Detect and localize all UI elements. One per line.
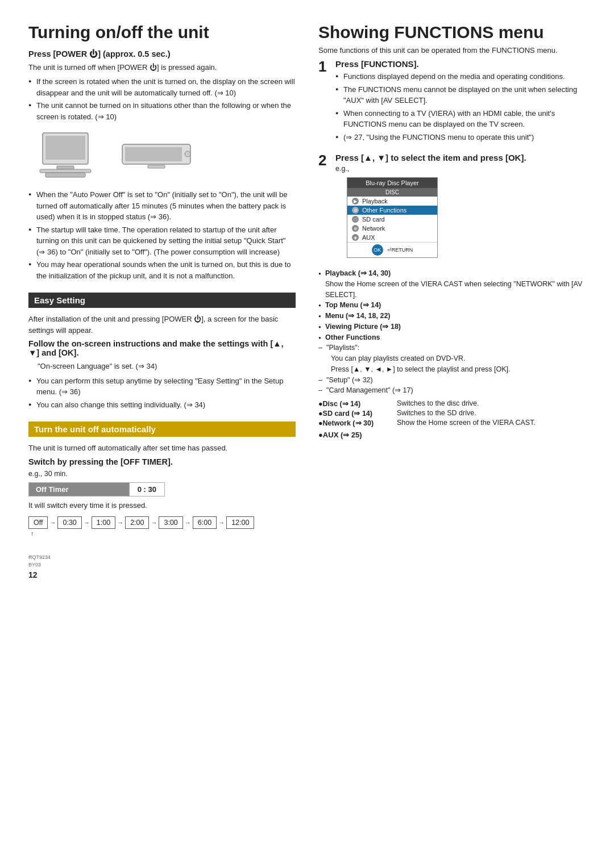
step-2-eg: e.g., [335, 165, 586, 173]
timer-seq-100: 1:00 [92, 516, 115, 529]
step-1-content: Press [FUNCTIONS]. Functions displayed d… [335, 59, 586, 147]
device-image-1 [28, 130, 102, 181]
timer-arrow-1: → [49, 519, 56, 526]
step-1-bullets: Functions displayed depend on the media … [335, 71, 586, 143]
menu-ok-row: OK ⏎RETURN [347, 242, 437, 257]
left-column: Turning on/off the unit Press [POWER ⏻] … [28, 23, 296, 537]
easy-setting-intro: After installation of the unit and press… [28, 314, 296, 336]
device-image-2 [119, 130, 193, 181]
note-playlists-desc: You can play playlists created on DVD-VR… [318, 353, 586, 364]
menu-item-aux: ◈ AUX [347, 233, 437, 242]
menu-item-playback-label: Playback [362, 198, 388, 205]
timer-arrow-6: → [218, 519, 225, 526]
step-1-title: Press [FUNCTIONS]. [335, 59, 586, 69]
note-viewing: Viewing Picture (⇒ 18) [318, 322, 586, 332]
menu-subheader: DISC [347, 188, 437, 197]
power-bullet-1: If the screen is rotated when the unit i… [28, 76, 296, 98]
power-heading: Press [POWER ⏻] (approx. 0.5 sec.) [28, 49, 296, 59]
timer-sequence: Off → 0:30 → 1:00 → 2:00 → 3:00 → 6:00 →… [28, 516, 296, 529]
menu-bold: Menu (⇒ 14, 18, 22) [325, 312, 391, 320]
aux-entry: ●AUX (⇒ 25) [318, 429, 586, 441]
playback-icon: ▶ [352, 198, 359, 205]
menu-item-aux-label: AUX [362, 234, 375, 241]
disc-desc: Switches to the disc drive. [397, 399, 586, 408]
doc-code: RQT9234BY03 [28, 554, 586, 568]
menu-item-network: ⊕ Network [347, 224, 437, 233]
timer-seq-200: 2:00 [125, 516, 149, 529]
menu-notes: Playback (⇒ 14, 30) Show the Home screen… [318, 268, 586, 396]
switch-heading: Switch by pressing the [OFF TIMER]. [28, 457, 296, 466]
ok-button: OK [372, 244, 383, 256]
easy-setting-header: Easy Setting [28, 293, 296, 308]
network-icon: ⊕ [352, 225, 359, 232]
svg-rect-6 [125, 147, 182, 161]
network-desc: Show the Home screen of the VIERA CAST. [397, 419, 586, 427]
timer-seq-600: 6:00 [193, 516, 217, 529]
step1-bullet-2: The FUNCTIONS menu cannot be displayed o… [335, 84, 586, 106]
auto-bullet-3: You may hear operational sounds when the… [28, 259, 296, 281]
aux-icon: ◈ [352, 234, 359, 241]
right-column: Showing FUNCTIONS menu Some functions of… [318, 23, 586, 537]
page-layout: Turning on/off the unit Press [POWER ⏻] … [28, 23, 586, 537]
auto-bullet-2: The startup will take time. The operatio… [28, 224, 296, 258]
device-images [28, 130, 296, 181]
turn-off-auto-header: Turn the unit off automatically [28, 422, 296, 437]
power-intro: The unit is turned off when [POWER ⏻] is… [28, 62, 296, 73]
step-1: 1 Press [FUNCTIONS]. Functions displayed… [318, 59, 586, 147]
functions-menu: Blu-ray Disc Player DISC ▶ Playback ⚙ Ot… [347, 177, 438, 258]
svg-rect-4 [45, 173, 85, 177]
return-label: ⏎RETURN [387, 247, 413, 253]
menu-item-sd-card: □ SD card [347, 215, 437, 224]
network-label: ●Network (⇒ 30) [318, 419, 392, 427]
svg-rect-7 [148, 165, 165, 168]
note-other-functions: Other Functions [318, 332, 586, 343]
playback-bold: Playback (⇒ 14, 30) [325, 269, 391, 277]
svg-rect-1 [45, 136, 85, 160]
svg-rect-2 [57, 166, 74, 169]
power-bullet-2: The unit cannot be turned on in situatio… [28, 100, 296, 122]
other-functions-bold: Other Functions [325, 333, 380, 341]
viewing-bold: Viewing Picture (⇒ 18) [325, 323, 401, 331]
menu-item-network-label: Network [362, 225, 385, 232]
note-card-mgmt: "Card Management" (⇒ 17) [318, 385, 586, 396]
right-intro: Some functions of this unit can be opera… [318, 45, 586, 56]
other-functions-icon: ⚙ [352, 207, 359, 214]
note-playlists-inst: Press [▲, ▼, ◄, ►] to select the playlis… [318, 364, 586, 375]
timer-arrow-3: → [117, 519, 124, 526]
timer-arrow-4: → [150, 519, 157, 526]
easy-instruction-note: "On-screen Language" is set. (⇒ 34) [28, 361, 296, 372]
easy-setting-bullets: You can perform this setup anytime by se… [28, 375, 296, 411]
step-2-number: 2 [318, 153, 331, 262]
off-timer-label: Off Timer [29, 483, 129, 496]
timer-seq-off: Off [28, 516, 48, 529]
timer-seq-030: 0:30 [57, 516, 81, 529]
footer: RQT9234BY03 12 [28, 554, 586, 579]
step1-bullet-3: When connecting to a TV (VIERA) with an … [335, 108, 586, 130]
off-timer-display: Off Timer 0 : 30 [28, 482, 165, 496]
easy-instruction-heading: Follow the on-screen instructions and ma… [28, 339, 296, 357]
menu-item-other-label: Other Functions [362, 207, 406, 214]
svg-rect-3 [40, 169, 91, 173]
easy-bullet-2: You can also change this setting individ… [28, 399, 296, 411]
turn-off-intro: The unit is turned off automatically aft… [28, 443, 296, 454]
step-2-title: Press [▲, ▼] to select the item and pres… [335, 153, 586, 162]
note-playlists-header: "Playlists": [318, 343, 586, 353]
step-2-content: Press [▲, ▼] to select the item and pres… [335, 153, 586, 262]
menu-header: Blu-ray Disc Player [347, 178, 437, 188]
auto-bullets: When the "Auto Power Off" is set to "On"… [28, 189, 296, 281]
timer-arrow-2: → [83, 519, 90, 526]
right-title: Showing FUNCTIONS menu [318, 23, 586, 43]
off-timer-value: 0 : 30 [129, 483, 164, 496]
sequence-loop-arrow: ↑ [31, 530, 296, 537]
sd-card-icon: □ [352, 216, 359, 223]
network-entry: ●Network (⇒ 30) Show the Home screen of … [318, 419, 586, 427]
menu-item-other-functions: ⚙ Other Functions [347, 206, 437, 215]
page-number: 12 [28, 570, 586, 579]
step-2: 2 Press [▲, ▼] to select the item and pr… [318, 153, 586, 262]
menu-item-sd-label: SD card [362, 216, 385, 223]
disc-entry: ●Disc (⇒ 14) Switches to the disc drive. [318, 399, 586, 408]
note-playback: Playback (⇒ 14, 30) Show the Home screen… [318, 268, 586, 300]
note-menu: Menu (⇒ 14, 18, 22) [318, 311, 586, 322]
step1-bullet-1: Functions displayed depend on the media … [335, 71, 586, 82]
sd-label: ●SD card (⇒ 14) [318, 409, 392, 418]
